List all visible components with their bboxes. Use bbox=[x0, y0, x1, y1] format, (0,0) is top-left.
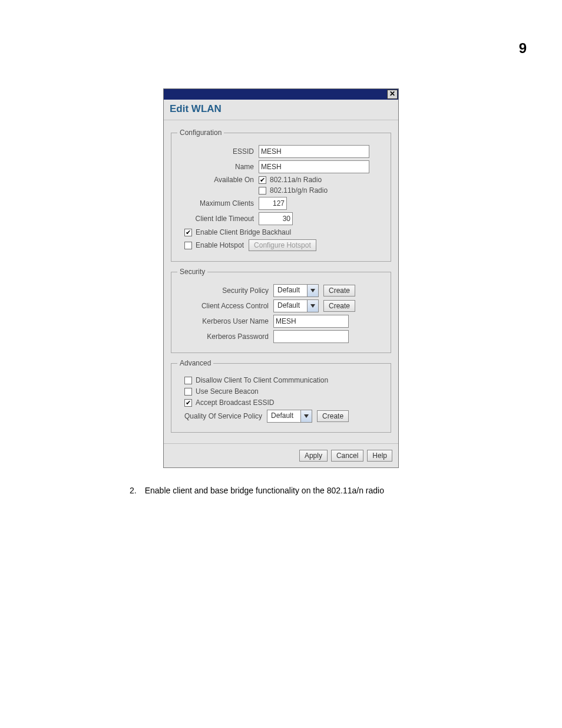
max-clients-input[interactable] bbox=[259, 197, 287, 210]
step-text: Enable client and base bridge functional… bbox=[145, 486, 384, 495]
help-button[interactable]: Help bbox=[367, 450, 392, 462]
chevron-down-icon bbox=[300, 410, 312, 422]
radio-80211bgn-label: 802.11b/g/n Radio bbox=[270, 186, 328, 195]
name-label: Name bbox=[177, 163, 259, 171]
qos-create-button[interactable]: Create bbox=[317, 410, 349, 422]
configuration-legend: Configuration bbox=[177, 129, 224, 137]
security-group: Security Security Policy Default Create … bbox=[171, 268, 391, 353]
dialog-title: Edit WLAN bbox=[164, 100, 398, 120]
radio-80211an-checkbox[interactable]: ✔ bbox=[259, 176, 266, 184]
disallow-c2c-checkbox[interactable] bbox=[184, 377, 192, 384]
dialog-footer: Apply Cancel Help bbox=[164, 443, 398, 467]
svg-marker-2 bbox=[304, 414, 309, 418]
essid-label: ESSID bbox=[177, 147, 259, 156]
max-clients-label: Maximum Clients bbox=[177, 199, 259, 207]
security-policy-label: Security Policy bbox=[177, 286, 273, 295]
step-caption: 2. Enable client and base bridge functio… bbox=[130, 486, 562, 495]
idle-timeout-input[interactable] bbox=[259, 212, 293, 225]
available-on-label: Available On bbox=[177, 176, 259, 184]
advanced-group: Advanced Disallow Client To Client Commm… bbox=[171, 359, 391, 433]
secure-beacon-label: Use Secure Beacon bbox=[196, 387, 259, 396]
accept-broadcast-checkbox[interactable]: ✔ bbox=[184, 399, 192, 407]
cancel-button[interactable]: Cancel bbox=[331, 450, 363, 462]
step-number: 2. bbox=[130, 486, 137, 495]
qos-policy-dropdown[interactable]: Default bbox=[267, 410, 312, 423]
security-policy-dropdown[interactable]: Default bbox=[273, 284, 319, 297]
security-legend: Security bbox=[177, 268, 207, 276]
advanced-legend: Advanced bbox=[177, 359, 213, 367]
acl-create-button[interactable]: Create bbox=[323, 300, 355, 312]
idle-timeout-label: Client Idle Timeout bbox=[177, 215, 259, 223]
acl-label: Client Access Control bbox=[177, 302, 273, 310]
qos-policy-label: Quality Of Service Policy bbox=[184, 412, 262, 420]
configuration-group: Configuration ESSID Name Available On ✔ … bbox=[171, 129, 391, 262]
kerberos-user-input[interactable] bbox=[273, 315, 349, 328]
titlebar: ✕ bbox=[164, 89, 398, 100]
kerberos-user-label: Kerberos User Name bbox=[177, 317, 273, 325]
radio-80211bgn-checkbox[interactable] bbox=[259, 187, 266, 195]
radio-80211an-label: 802.11a/n Radio bbox=[270, 176, 322, 184]
kerberos-password-label: Kerberos Password bbox=[177, 332, 273, 341]
chevron-down-icon bbox=[307, 285, 318, 297]
security-policy-create-button[interactable]: Create bbox=[323, 285, 355, 297]
edit-wlan-dialog: ✕ Edit WLAN Configuration ESSID Name Ava… bbox=[163, 88, 399, 468]
enable-hotspot-label: Enable Hotspot bbox=[196, 241, 244, 249]
accept-broadcast-label: Accept Broadcast ESSID bbox=[196, 398, 274, 407]
enable-bridge-label: Enable Client Bridge Backhaul bbox=[196, 228, 291, 236]
enable-bridge-checkbox[interactable]: ✔ bbox=[184, 229, 192, 236]
chevron-down-icon bbox=[307, 300, 318, 312]
essid-input[interactable] bbox=[259, 145, 369, 158]
apply-button[interactable]: Apply bbox=[299, 450, 328, 462]
configure-hotspot-button[interactable]: Configure Hotspot bbox=[249, 239, 316, 251]
close-icon[interactable]: ✕ bbox=[387, 90, 398, 99]
secure-beacon-checkbox[interactable] bbox=[184, 388, 192, 396]
acl-dropdown[interactable]: Default bbox=[273, 299, 319, 312]
page-number: 9 bbox=[519, 40, 527, 57]
svg-marker-0 bbox=[310, 289, 315, 292]
svg-marker-1 bbox=[310, 304, 315, 308]
name-input[interactable] bbox=[259, 160, 369, 173]
kerberos-password-input[interactable] bbox=[273, 330, 349, 343]
enable-hotspot-checkbox[interactable] bbox=[184, 242, 192, 249]
disallow-c2c-label: Disallow Client To Client Commmunication bbox=[196, 376, 328, 384]
